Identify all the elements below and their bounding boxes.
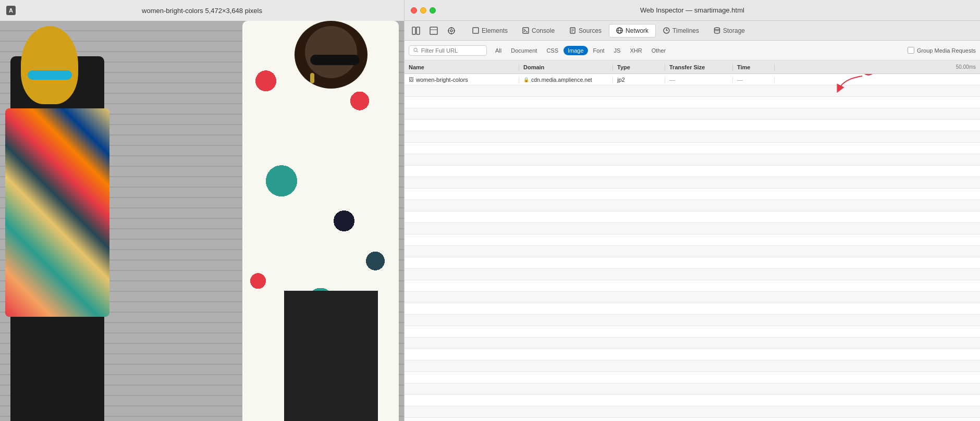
filter-xhr[interactable]: XHR [626, 46, 646, 55]
inspector-icons [409, 23, 459, 38]
filter-search-icon [413, 47, 419, 53]
empty-row [405, 143, 980, 154]
empty-rows-container [405, 85, 980, 421]
row-time-value: — [737, 77, 743, 83]
filter-font[interactable]: Font [589, 46, 609, 55]
table-row[interactable]: 🖼 women-bright-colors 🔒 cdn.media.amplie… [405, 74, 980, 85]
empty-row [405, 85, 980, 97]
col-name-label: Name [409, 64, 424, 70]
col-header-type[interactable]: Type [613, 64, 665, 70]
traffic-lights [411, 7, 436, 14]
group-media-text: Group Media Requests [917, 47, 976, 54]
empty-row [405, 406, 980, 418]
col-transfer-label: Transfer Size [669, 64, 705, 70]
app-logo-icon: A [6, 6, 16, 15]
row-type-value: jp2 [617, 77, 625, 83]
tab-storage[interactable]: Storage [706, 24, 752, 38]
woman-right-glasses [310, 55, 360, 65]
tab-console-label: Console [532, 27, 555, 34]
svg-rect-0 [412, 27, 415, 34]
group-media-requests[interactable]: Group Media Requests [908, 47, 976, 54]
timeline-header-label: 50.00ms [956, 64, 976, 70]
empty-row [405, 269, 980, 280]
empty-row [405, 292, 980, 303]
empty-row [405, 383, 980, 395]
filter-image[interactable]: Image [564, 46, 588, 55]
woman-right-pants [284, 291, 378, 421]
browser-title-bar: A women-bright-colors 5,472×3,648 pixels [0, 0, 404, 21]
svg-point-5 [450, 30, 452, 32]
browser-panel: A women-bright-colors 5,472×3,648 pixels [0, 0, 404, 421]
filter-type-buttons: All Document CSS Image Font JS XHR Other [491, 46, 670, 55]
filter-all[interactable]: All [491, 46, 506, 55]
elements-icon [472, 27, 479, 34]
inspector-layout-icon[interactable] [409, 23, 423, 38]
row-time-cell: — [733, 77, 775, 83]
empty-row [405, 303, 980, 315]
col-header-time[interactable]: Time [733, 64, 775, 70]
timelines-icon [663, 27, 670, 34]
filter-input-wrapper[interactable] [409, 45, 487, 56]
row-transfer-value: — [669, 77, 675, 83]
filter-css[interactable]: CSS [542, 46, 562, 55]
empty-row [405, 234, 980, 246]
empty-row [405, 280, 980, 292]
empty-row [405, 97, 980, 108]
filter-document[interactable]: Document [507, 46, 541, 55]
empty-row [405, 108, 980, 120]
lock-icon: 🔒 [523, 77, 529, 82]
devtools-main-tabs: Elements Console Sources [405, 21, 980, 41]
filter-other[interactable]: Other [647, 46, 670, 55]
tab-console[interactable]: Console [515, 24, 562, 38]
col-header-name[interactable]: Name [405, 64, 519, 70]
empty-row [405, 120, 980, 131]
console-icon [522, 27, 529, 34]
tab-network[interactable]: Network [609, 24, 656, 38]
file-type-icon: 🖼 [409, 77, 414, 82]
empty-row [405, 131, 980, 143]
image-background [0, 21, 404, 421]
row-type-cell: jp2 [613, 77, 665, 83]
tab-elements[interactable]: Elements [465, 24, 515, 38]
tab-sources[interactable]: Sources [562, 24, 609, 38]
inspector-element-icon[interactable] [426, 23, 441, 38]
group-media-checkbox[interactable] [908, 47, 914, 54]
image-container [0, 21, 404, 421]
svg-point-23 [414, 48, 417, 52]
empty-row [405, 200, 980, 212]
traffic-light-maximize[interactable] [430, 7, 436, 14]
filter-url-input[interactable] [421, 47, 482, 54]
inspector-target-icon[interactable] [444, 23, 459, 38]
tab-timelines[interactable]: Timelines [656, 24, 706, 38]
row-domain-value: cdn.media.amplience.net [531, 77, 592, 83]
woman-left-area [0, 21, 198, 421]
col-header-timeline: 50.00ms [775, 64, 980, 70]
svg-rect-2 [430, 27, 437, 34]
devtools-panel: Web Inspector — smartimage.html [404, 0, 980, 421]
empty-row [405, 177, 980, 189]
woman-left-jacket [5, 108, 109, 317]
storage-icon [714, 27, 720, 34]
filter-js[interactable]: JS [610, 46, 625, 55]
svg-rect-10 [473, 28, 479, 33]
empty-row [405, 326, 980, 338]
traffic-light-minimize[interactable] [420, 7, 426, 14]
woman-left-glasses [28, 70, 72, 80]
row-filename: women-bright-colors [416, 77, 468, 83]
empty-row [405, 315, 980, 326]
empty-row [405, 154, 980, 166]
woman-right-head [305, 26, 357, 78]
empty-row [405, 418, 980, 421]
empty-row [405, 349, 980, 361]
tab-storage-label: Storage [723, 27, 745, 34]
devtools-title-bar: Web Inspector — smartimage.html [405, 0, 980, 21]
col-header-transfer[interactable]: Transfer Size [665, 64, 733, 70]
table-body: 🖼 women-bright-colors 🔒 cdn.media.amplie… [405, 74, 980, 421]
app-icon: A [6, 6, 16, 15]
traffic-light-close[interactable] [411, 7, 417, 14]
empty-row [405, 395, 980, 406]
col-header-domain[interactable]: Domain [519, 64, 613, 70]
tab-sources-label: Sources [579, 27, 602, 34]
empty-row [405, 338, 980, 349]
row-name-cell: 🖼 women-bright-colors [405, 77, 519, 83]
